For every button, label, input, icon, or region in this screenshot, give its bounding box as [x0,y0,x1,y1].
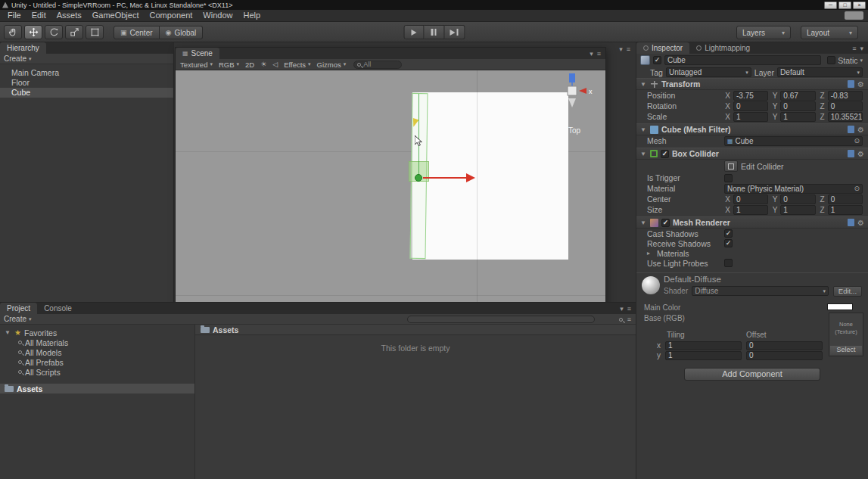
tab-hierarchy[interactable]: Hierarchy [0,42,46,54]
favorite-all-prefabs[interactable]: All Prefabs [0,357,194,367]
offset-x-field[interactable]: 0 [746,341,823,350]
scene-lighting-toggle-icon[interactable]: ☀ [260,61,266,68]
scale-y-field[interactable]: 1 [780,112,815,122]
size-y-field[interactable]: 1 [780,205,815,215]
gameobject-name-field[interactable]: Cube [664,55,821,65]
mesh-filter-component-header[interactable]: ▼ Cube (Mesh Filter) ⚙ [636,123,868,135]
mesh-renderer-enabled-checkbox[interactable]: ✓ [661,219,670,227]
tiling-x-field[interactable]: 1 [665,341,742,350]
scene-viewport[interactable]: x Top [176,70,605,305]
scene-search-input[interactable]: All [353,61,402,69]
gizmos-dropdown[interactable]: Gizmos ▾ [317,61,347,69]
edit-collider-button[interactable] [724,160,738,172]
favorite-all-materials[interactable]: All Materials [0,337,194,347]
close-button[interactable]: × [853,2,866,9]
position-y-field[interactable]: 0.67 [780,91,815,101]
hierarchy-create-button[interactable]: Create [4,54,26,63]
tab-project[interactable]: Project [0,303,37,314]
menubar-right-button[interactable] [845,11,863,20]
pause-button[interactable] [424,25,444,39]
step-button[interactable] [444,25,465,39]
material-preview-sphere[interactable] [642,276,660,294]
is-trigger-checkbox[interactable] [724,174,733,182]
favorite-all-scripts[interactable]: All Scripts [0,367,194,377]
chevron-down-icon[interactable]: ▾ [860,58,863,64]
cast-shadows-checkbox[interactable]: ✓ [724,229,733,238]
tab-inspector[interactable]: Inspector [636,42,689,54]
hierarchy-item-main-camera[interactable]: Main Camera [0,68,173,78]
menu-help[interactable]: Help [238,10,266,21]
foldout-open-icon[interactable]: ▼ [640,219,647,226]
view-orientation-label[interactable]: Top [552,126,596,135]
menu-edit[interactable]: Edit [26,10,51,21]
chevron-down-icon[interactable]: ▾ [860,45,863,52]
mesh-object-field[interactable]: ▦ Cube ⊙ [724,136,863,146]
maximize-button[interactable]: □ [838,2,851,9]
gear-icon[interactable]: ⚙ [857,219,864,227]
offset-y-field[interactable]: 0 [746,351,823,360]
foldout-open-icon[interactable]: ▼ [640,151,647,157]
tag-dropdown[interactable]: Untagged ▾ [666,67,751,77]
gear-icon[interactable]: ⚙ [857,150,864,158]
scale-z-field[interactable]: 10.35521 [828,112,863,122]
hierarchy-item-floor[interactable]: Floor [0,78,173,88]
tab-console[interactable]: Console [37,303,79,314]
panel-menu-icon[interactable]: ≡ [627,316,631,323]
center-z-field[interactable]: 0 [828,194,863,204]
physic-material-field[interactable]: None (Physic Material) ⊙ [724,184,863,194]
scene-audio-toggle-icon[interactable]: ◁ [272,61,278,68]
panel-menu-icon[interactable]: ≡ [597,50,601,58]
size-x-field[interactable]: 1 [733,205,768,215]
scale-tool-button[interactable] [65,25,83,39]
mesh-renderer-component-header[interactable]: ▼ ✓ Mesh Renderer ⚙ [636,216,868,229]
hierarchy-item-cube[interactable]: Cube [0,88,173,98]
foldout-open-icon[interactable]: ▼ [5,329,11,336]
assets-breadcrumb[interactable]: Assets [195,325,636,335]
add-component-button[interactable]: Add Component [684,368,820,381]
favorites-group[interactable]: ▼ ★ Favorites [0,328,194,337]
active-checkbox[interactable]: ✓ [653,56,661,64]
foldout-open-icon[interactable]: ▼ [640,81,647,88]
foldout-closed-icon[interactable]: ▸ [647,250,654,257]
help-book-icon[interactable] [848,150,854,157]
receive-shadows-checkbox[interactable]: ✓ [724,239,733,247]
render-channel-dropdown[interactable]: RGB ▾ [219,61,239,69]
tab-lightmapping[interactable]: Lightmapping [689,42,757,54]
floor-plane-object[interactable] [412,92,568,260]
favorite-all-models[interactable]: All Models [0,347,194,357]
move-tool-button[interactable] [24,25,42,39]
center-x-field[interactable]: 0 [733,194,768,204]
menu-window[interactable]: Window [198,10,238,21]
gizmo-x-axis-line[interactable] [423,177,466,179]
tab-scene[interactable]: ▦ Scene [176,48,219,59]
object-picker-icon[interactable]: ⊙ [854,185,860,192]
shader-dropdown[interactable]: Diffuse ▾ [692,286,829,296]
position-z-field[interactable]: -0.83 [828,91,863,101]
menu-assets[interactable]: Assets [51,10,87,21]
rotation-z-field[interactable]: 0 [828,101,863,111]
layer-dropdown[interactable]: Default ▾ [777,67,863,77]
menu-file[interactable]: File [2,10,26,21]
layers-dropdown[interactable]: Layers ▾ [736,26,791,39]
main-color-swatch[interactable] [827,303,853,310]
layout-dropdown[interactable]: Layout ▾ [801,26,858,39]
rotate-tool-button[interactable] [45,25,63,39]
shader-edit-button[interactable]: Edit... [833,286,862,297]
project-create-button[interactable]: Create [4,315,26,323]
2d-toggle[interactable]: 2D [245,61,254,69]
gizmo-center-handle[interactable] [415,174,422,182]
size-z-field[interactable]: 1 [828,205,863,215]
box-collider-component-header[interactable]: ▼ ✓ Box Collider ⚙ [636,148,868,160]
static-checkbox[interactable] [827,56,835,64]
pivot-toggle-button[interactable]: ▣ Center [114,26,160,39]
play-button[interactable] [403,25,424,39]
help-book-icon[interactable] [848,80,854,88]
menu-component[interactable]: Component [144,10,198,21]
menu-gameobject[interactable]: GameObject [87,10,145,21]
chevron-down-icon[interactable]: ▾ [620,305,624,313]
effects-dropdown[interactable]: Effects ▾ [284,61,310,69]
assets-folder-item[interactable]: Assets [0,384,194,393]
foldout-open-icon[interactable]: ▼ [640,126,647,133]
tiling-y-field[interactable]: 1 [665,351,742,360]
box-collider-enabled-checkbox[interactable]: ✓ [661,150,669,158]
